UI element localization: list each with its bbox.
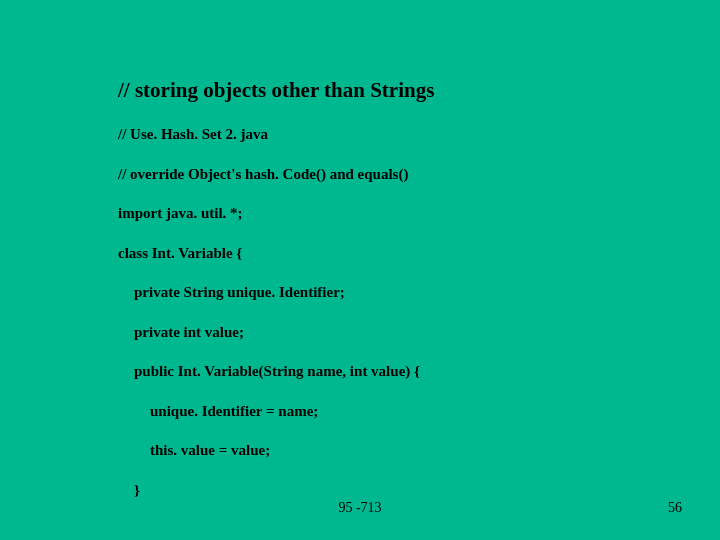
footer-page-number: 56 — [668, 500, 682, 516]
slide-title: // storing objects other than Strings — [118, 78, 658, 103]
code-line: public Int. Variable(String name, int va… — [118, 362, 658, 382]
code-line: } — [118, 481, 658, 501]
code-line: // Use. Hash. Set 2. java — [118, 125, 658, 145]
code-line: class Int. Variable { — [118, 244, 658, 264]
code-line: // override Object's hash. Code() and eq… — [118, 165, 658, 185]
code-line: unique. Identifier = name; — [118, 402, 658, 422]
code-line: private int value; — [118, 323, 658, 343]
code-line: this. value = value; — [118, 441, 658, 461]
code-line: private String unique. Identifier; — [118, 283, 658, 303]
slide-content: // storing objects other than Strings //… — [118, 78, 658, 520]
footer-course-number: 95 -713 — [0, 500, 720, 516]
code-line: import java. util. *; — [118, 204, 658, 224]
